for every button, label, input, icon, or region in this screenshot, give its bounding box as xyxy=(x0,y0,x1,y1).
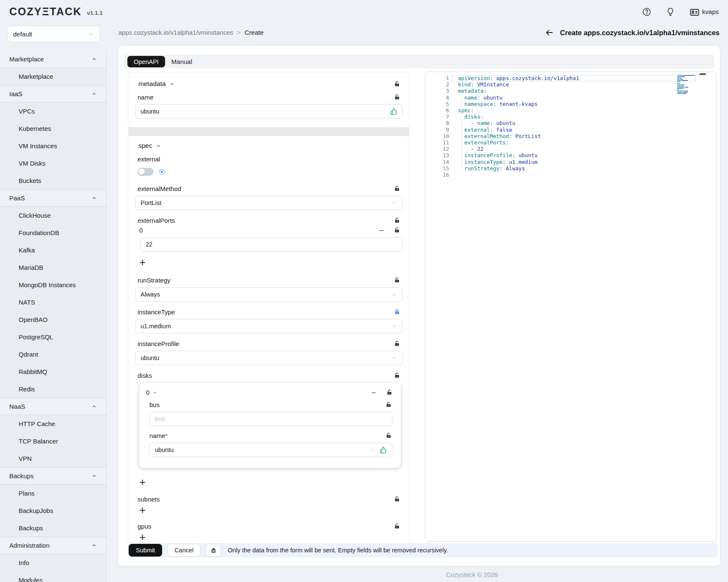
sidebar-item-tcp-balancer[interactable]: TCP Balancer xyxy=(0,432,106,450)
unlock-icon[interactable] xyxy=(394,523,400,529)
sidebar-item-buckets[interactable]: Buckets xyxy=(0,172,106,189)
disk-name-select[interactable]: ubuntu xyxy=(149,443,392,457)
user-menu[interactable]: kvaps xyxy=(689,7,719,17)
code-line: 7 disks: xyxy=(425,114,716,120)
chevron-up-icon xyxy=(91,56,97,62)
add-subnet-button[interactable]: + xyxy=(139,504,149,517)
sidebar-item-backupjobs[interactable]: BackupJobs xyxy=(0,502,106,519)
namespace-select[interactable]: default xyxy=(8,26,100,42)
lock-icon[interactable] xyxy=(394,309,400,315)
spec-card: spec external xyxy=(128,136,410,544)
minimap[interactable] xyxy=(677,75,697,96)
code-line: 9 external: false xyxy=(425,127,716,133)
submit-button[interactable]: Submit xyxy=(129,544,162,557)
add-port-button[interactable]: + xyxy=(139,256,149,269)
sidebar-section-iaas[interactable]: IaaS xyxy=(0,85,106,103)
valid-thumbs-up-icon xyxy=(390,108,397,115)
unlock-icon[interactable] xyxy=(394,94,400,100)
sidebar-item-mariadb[interactable]: MariaDB xyxy=(0,259,106,276)
chevron-up-icon xyxy=(91,91,97,97)
yaml-editor[interactable]: 1apiVersion: apps.cozystack.io/v1alpha12… xyxy=(425,72,717,542)
sidebar-item-openbao[interactable]: OpenBAO xyxy=(0,311,106,328)
sidebar-item-vm-disks[interactable]: VM Disks xyxy=(0,155,106,172)
sidebar-item-vpn[interactable]: VPN xyxy=(0,450,106,467)
chevron-up-icon xyxy=(91,473,97,479)
metadata-card: metadata name xyxy=(128,72,410,127)
sidebar-section-administration[interactable]: Administration xyxy=(0,537,106,554)
unlock-icon[interactable] xyxy=(394,227,400,233)
debug-bug-button[interactable] xyxy=(206,544,221,557)
sidebar-section-marketplace[interactable]: Marketplace xyxy=(0,50,106,68)
runstrategy-select[interactable]: Always xyxy=(135,287,403,302)
externalmethod-select[interactable]: PortList xyxy=(135,196,403,210)
code-line: 1apiVersion: apps.cozystack.io/v1alpha1 xyxy=(425,75,716,81)
unlock-icon[interactable] xyxy=(386,432,392,439)
instanceprofile-select[interactable]: ubuntu xyxy=(135,351,403,365)
chevron-up-icon xyxy=(91,404,97,409)
field-label-gpus: gpus xyxy=(138,523,152,530)
cancel-button[interactable]: Cancel xyxy=(167,544,201,557)
remove-item-button[interactable]: − xyxy=(371,390,376,395)
chevron-down-icon xyxy=(391,323,397,329)
externalports-item-input[interactable] xyxy=(140,237,403,252)
sidebar-item-vpcs[interactable]: VPCs xyxy=(0,103,106,120)
sidebar-item-kubernetes[interactable]: Kubernetes xyxy=(0,120,106,137)
external-toggle[interactable] xyxy=(138,168,154,176)
sidebar-section-naas[interactable]: NaaS xyxy=(0,398,106,415)
add-gpu-button[interactable]: + xyxy=(139,531,149,544)
sidebar-item-postgresql[interactable]: PostgreSQL xyxy=(0,328,106,346)
tab-openapi[interactable]: OpenAPI xyxy=(127,56,165,67)
sidebar-item-kafka[interactable]: Kafka xyxy=(0,241,106,259)
unlock-icon[interactable] xyxy=(394,277,400,283)
sidebar-section-paas[interactable]: PaaS xyxy=(0,189,106,207)
page-title: Create apps.cozystack.io/v1alpha1/vminst… xyxy=(560,29,720,37)
sidebar-item-info[interactable]: Info xyxy=(0,554,106,571)
unlock-icon[interactable] xyxy=(394,341,400,347)
unlock-icon[interactable] xyxy=(394,81,400,87)
reset-default-radio-icon[interactable] xyxy=(159,169,165,175)
scrollbar-thumb[interactable] xyxy=(699,73,706,75)
field-label-disk-name: name* xyxy=(149,432,168,439)
array-item-index: 0 xyxy=(139,227,143,234)
metadata-name-input[interactable] xyxy=(135,104,403,119)
spec-section-toggle[interactable]: spec xyxy=(138,142,161,150)
sidebar-item-backups[interactable]: Backups xyxy=(0,519,106,537)
disks-item-card: 0 − bus xyxy=(139,383,401,468)
sidebar-item-clickhouse[interactable]: ClickHouse xyxy=(0,207,106,224)
theme-lightbulb-icon[interactable] xyxy=(666,7,675,17)
tab-manual[interactable]: Manual xyxy=(171,58,192,65)
disk-bus-input[interactable] xyxy=(149,412,392,426)
sidebar-item-nats[interactable]: NATS xyxy=(0,294,106,311)
sidebar-item-http-cache[interactable]: HTTP Cache xyxy=(0,415,106,432)
unlock-icon[interactable] xyxy=(394,217,400,224)
app-logo: COZYΞTACK xyxy=(9,6,82,18)
instancetype-select[interactable]: u1.medium xyxy=(135,319,403,333)
code-line: 16 xyxy=(425,172,716,178)
sidebar-item-marketplace[interactable]: Marketplace xyxy=(0,68,106,85)
sidebar-item-mongodb-instances[interactable]: MongoDB Instances xyxy=(0,276,106,294)
sidebar-item-rabbitmq[interactable]: RabbitMQ xyxy=(0,363,106,380)
sidebar-item-plans[interactable]: Plans xyxy=(0,485,106,502)
add-disk-button[interactable]: + xyxy=(139,476,149,489)
sidebar-item-modules[interactable]: Modules xyxy=(0,571,106,582)
metadata-section-toggle[interactable]: metadata xyxy=(138,80,175,88)
unlock-icon[interactable] xyxy=(394,496,400,502)
code-line: 4 name: ubuntu xyxy=(425,94,716,101)
unlock-icon[interactable] xyxy=(394,372,400,379)
sidebar-item-vm-instances[interactable]: VM Instances xyxy=(0,137,106,155)
sidebar-item-qdrant[interactable]: Qdrant xyxy=(0,346,106,363)
sidebar-item-redis[interactable]: Redis xyxy=(0,380,106,398)
unlock-icon[interactable] xyxy=(394,186,400,192)
unlock-icon[interactable] xyxy=(386,389,392,396)
breadcrumb-resource-link[interactable]: apps.cozystack.io/v1alpha1/vminstances xyxy=(119,29,233,36)
breadcrumb: apps.cozystack.io/v1alpha1/vminstances >… xyxy=(119,29,264,36)
sidebar-item-foundationdb[interactable]: FoundationDB xyxy=(0,224,106,241)
caret-up-icon[interactable] xyxy=(152,390,157,395)
sidebar-section-backups[interactable]: Backups xyxy=(0,467,106,485)
help-icon[interactable] xyxy=(642,7,651,17)
breadcrumb-separator: > xyxy=(237,29,241,36)
indent-guide xyxy=(461,94,462,171)
unlock-icon[interactable] xyxy=(386,402,392,408)
remove-item-button[interactable]: − xyxy=(379,228,384,233)
back-arrow-icon[interactable] xyxy=(545,28,554,37)
